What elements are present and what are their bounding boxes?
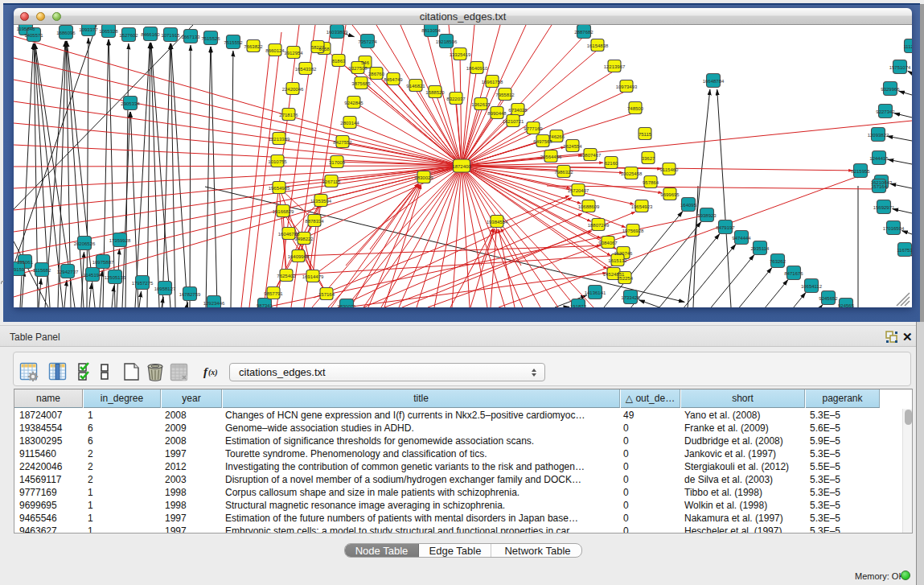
svg-text:2887682: 2887682: [574, 30, 593, 35]
svg-text:2718176: 2718176: [279, 113, 298, 117]
svg-text:10958127: 10958127: [154, 286, 176, 291]
svg-text:7357274: 7357274: [358, 39, 377, 44]
svg-text:7986322: 7986322: [554, 170, 573, 175]
svg-text:39159: 39159: [14, 267, 25, 272]
svg-text:16914479: 16914479: [302, 274, 324, 279]
svg-text:9245652: 9245652: [819, 296, 838, 301]
svg-text:1527602: 1527602: [119, 33, 138, 38]
svg-text:10025458: 10025458: [621, 171, 643, 176]
svg-text:8427552: 8427552: [333, 140, 352, 145]
svg-text:1362615: 1362615: [471, 102, 491, 107]
svg-text:1145194: 1145194: [84, 273, 103, 278]
svg-text:12505135: 12505135: [105, 275, 126, 280]
svg-text:19218506: 19218506: [436, 39, 458, 44]
svg-text:3912954: 3912954: [284, 51, 303, 56]
svg-text:16961758: 16961758: [482, 80, 503, 84]
svg-text:15751074: 15751074: [889, 65, 911, 70]
svg-text:3624554: 3624554: [563, 144, 582, 149]
svg-text:763262: 763262: [770, 259, 786, 264]
svg-text:22420046: 22420046: [282, 87, 304, 92]
svg-text:1615132: 1615132: [608, 258, 627, 263]
svg-text:8215955: 8215955: [851, 169, 870, 174]
svg-text:748500: 748500: [627, 106, 644, 111]
svg-text:(x): (x): [208, 368, 218, 377]
svg-text:12093822: 12093822: [868, 133, 889, 138]
svg-text:286760: 286760: [368, 72, 385, 76]
svg-text:19166829: 19166829: [273, 209, 294, 214]
svg-text:9327508: 9327508: [348, 66, 368, 71]
svg-text:58227: 58227: [311, 45, 325, 50]
svg-text:8322037: 8322037: [446, 97, 466, 101]
svg-text:20564456: 20564456: [540, 154, 562, 159]
svg-text:9242845: 9242845: [344, 101, 363, 105]
svg-text:252254: 252254: [617, 276, 634, 281]
svg-text:9115460: 9115460: [660, 167, 680, 172]
svg-text:3498222: 3498222: [294, 237, 314, 241]
svg-text:9777169: 9777169: [524, 126, 543, 131]
svg-text:15720407: 15720407: [568, 188, 589, 193]
svg-text:15692971: 15692971: [873, 205, 895, 210]
svg-text:1872400: 1872400: [452, 164, 471, 169]
svg-text:10807467: 10807467: [580, 153, 602, 158]
svg-text:1405571: 1405571: [24, 33, 43, 38]
svg-text:9857791: 9857791: [264, 291, 283, 296]
svg-text:17016504: 17016504: [883, 226, 905, 231]
svg-text:335061: 335061: [17, 260, 34, 265]
svg-text:9084067: 9084067: [598, 241, 618, 245]
svg-text:1733426: 1733426: [621, 295, 640, 300]
svg-text:2830071: 2830071: [337, 304, 356, 308]
svg-text:12923446: 12923446: [203, 301, 225, 306]
svg-text:2935114: 2935114: [751, 246, 770, 251]
svg-text:1010755: 1010755: [268, 159, 287, 164]
svg-text:75115: 75115: [639, 132, 652, 137]
svg-text:8813054: 8813054: [421, 28, 441, 33]
svg-text:6479197: 6479197: [716, 225, 735, 230]
svg-text:957864: 957864: [643, 180, 659, 185]
svg-text:164095: 164095: [680, 203, 697, 208]
svg-text:7515526: 7515526: [201, 36, 220, 41]
svg-text:8990448: 8990448: [487, 111, 507, 116]
svg-text:16782759: 16782759: [179, 292, 201, 297]
svg-text:2830029: 2830029: [414, 175, 433, 180]
svg-text:3267115: 3267115: [322, 179, 342, 184]
svg-text:10654112: 10654112: [801, 284, 823, 289]
svg-text:12213389: 12213389: [269, 137, 290, 142]
svg-text:1588520: 1588520: [425, 90, 445, 95]
svg-text:157164: 157164: [318, 292, 335, 297]
svg-text:10975887: 10975887: [92, 260, 114, 265]
svg-text:19384554: 19384554: [487, 220, 508, 225]
svg-text:10688609: 10688609: [578, 204, 600, 209]
svg-text:6497568: 6497568: [533, 139, 552, 144]
svg-text:111278: 111278: [903, 44, 912, 49]
svg-text:2905334: 2905334: [121, 101, 140, 106]
svg-text:8878334: 8878334: [305, 219, 324, 224]
svg-text:19654923: 19654923: [631, 204, 653, 209]
svg-text:1667133: 1667133: [181, 35, 200, 39]
svg-text:1093377: 1093377: [79, 27, 98, 32]
svg-text:1071915: 1071915: [161, 33, 180, 38]
svg-text:9227342: 9227342: [876, 109, 895, 114]
svg-text:116753: 116753: [897, 248, 912, 253]
svg-text:9146821: 9146821: [406, 84, 425, 89]
svg-text:7955812: 7955812: [495, 93, 515, 97]
svg-text:546: 546: [361, 60, 370, 65]
svg-text:33627: 33627: [642, 156, 655, 161]
svg-text:16154838: 16154838: [587, 43, 609, 48]
svg-text:191873: 191873: [570, 304, 587, 308]
svg-text:62160: 62160: [605, 161, 618, 166]
svg-text:20206526: 20206526: [74, 241, 96, 246]
svg-text:16543382: 16543382: [295, 67, 317, 72]
svg-text:12942737: 12942737: [57, 270, 79, 274]
svg-text:987341: 987341: [257, 303, 273, 308]
svg-text:7515552: 7515552: [224, 40, 243, 45]
svg-text:5938923: 5938923: [697, 213, 717, 218]
svg-text:12213967: 12213967: [604, 64, 626, 69]
svg-text:8466160: 8466160: [141, 32, 160, 37]
svg-text:81863: 81863: [332, 59, 346, 64]
svg-text:1120746: 1120746: [614, 251, 634, 256]
svg-text:19756928: 19756928: [622, 229, 644, 233]
svg-text:1195846: 1195846: [17, 27, 36, 31]
svg-text:2803144: 2803144: [340, 121, 359, 126]
svg-text:16210721: 16210721: [503, 119, 524, 124]
svg-text:8471676: 8471676: [784, 271, 803, 276]
